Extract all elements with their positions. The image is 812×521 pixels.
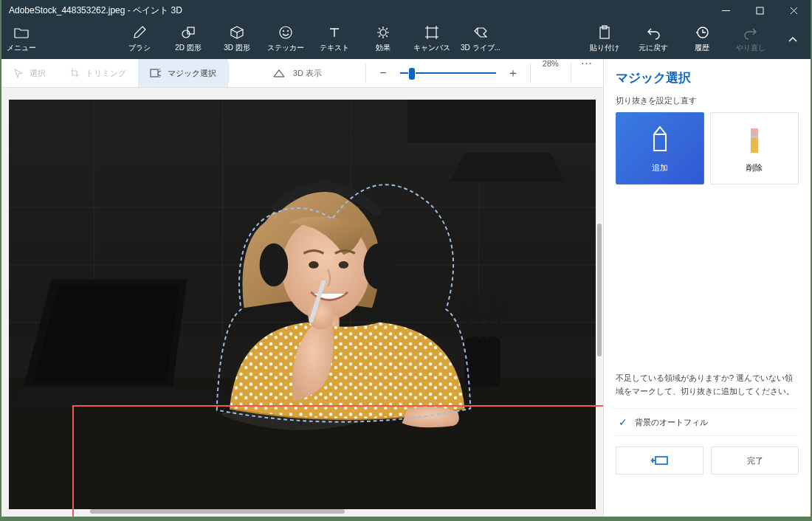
svg-rect-45 (751, 138, 758, 153)
text-label: テキスト (320, 43, 349, 53)
shape2d-label: 2D 図形 (175, 43, 202, 53)
undo-label: 元に戻す (639, 43, 668, 53)
pencil-add-icon (647, 124, 672, 156)
redo-icon (743, 25, 758, 40)
canvas-label: キャンバス (413, 43, 450, 53)
back-icon (651, 455, 669, 466)
effect-label: 効果 (376, 43, 390, 53)
sticker-icon (278, 25, 293, 40)
window-minimize-button[interactable] (709, 0, 743, 21)
shape3d-icon (230, 25, 244, 40)
svg-rect-46 (656, 457, 667, 464)
select-label: 選択 (30, 68, 46, 79)
add-label: 追加 (652, 162, 668, 173)
folder-icon (14, 25, 29, 40)
eraser-icon (742, 124, 767, 156)
autofill-checkbox[interactable]: ✓ 背景のオートフィル (616, 408, 799, 436)
shape3d-label: 3D 図形 (224, 43, 250, 53)
remove-tile[interactable]: 削除 (710, 112, 799, 184)
svg-rect-11 (151, 69, 158, 77)
shape2d-button[interactable]: 2D 図形 (164, 21, 213, 59)
crop-label: トリミング (86, 68, 126, 79)
cursor-icon (13, 68, 24, 78)
sticker-button[interactable]: ステッカー (261, 21, 310, 59)
autofill-label: 背景のオートフィル (635, 417, 708, 428)
svg-rect-43 (751, 128, 758, 136)
paste-icon (597, 25, 612, 40)
svg-rect-7 (427, 28, 436, 37)
brush-button[interactable]: ブラシ (115, 21, 164, 59)
crop-icon (69, 68, 80, 78)
shape3d-button[interactable]: 3D 図形 (213, 21, 261, 59)
svg-point-38 (309, 261, 319, 269)
svg-point-36 (260, 244, 289, 286)
magic-icon (150, 68, 162, 78)
svg-point-6 (380, 30, 386, 35)
effect-icon (376, 25, 390, 40)
done-label: 完了 (747, 455, 763, 466)
menu-button[interactable]: メニュー (1, 21, 41, 59)
svg-rect-2 (187, 27, 194, 34)
crop-tool: トリミング (58, 59, 138, 87)
undo-icon (646, 25, 661, 40)
canvas-icon (424, 25, 439, 40)
lib3d-label: 3D ライブ... (461, 43, 500, 53)
view3d-toggle[interactable]: 3D 表示 (229, 59, 365, 87)
magic-select-tool[interactable]: マジック選択 (138, 59, 228, 87)
paste-button[interactable]: 貼り付け (580, 21, 629, 59)
annotation-callout (72, 405, 603, 517)
menu-label: メニュー (7, 43, 36, 53)
panel-hint: 不足している領域がありますか? 選んでいない領域をマークして、切り抜きに追加して… (616, 372, 799, 398)
svg-point-5 (288, 31, 289, 32)
redo-button: やり直し (726, 21, 775, 59)
window-close-button[interactable] (777, 0, 811, 21)
magic-label: マジック選択 (168, 68, 216, 79)
svg-point-37 (363, 244, 394, 289)
select-tool: 選択 (1, 59, 58, 87)
more-button[interactable]: ··· (571, 59, 603, 87)
zoom-slider[interactable] (400, 66, 496, 80)
zoom-in-button[interactable]: ＋ (506, 66, 520, 80)
svg-rect-0 (757, 7, 763, 14)
svg-point-39 (339, 261, 349, 269)
panel-back-button[interactable] (616, 446, 703, 475)
redo-label: やり直し (736, 43, 765, 53)
text-button[interactable]: テキスト (310, 21, 359, 59)
undo-button[interactable]: 元に戻す (629, 21, 678, 59)
svg-point-4 (283, 31, 284, 32)
annotation-callout-tail (72, 406, 74, 517)
done-button[interactable]: 完了 (711, 446, 799, 475)
history-button[interactable]: 履歴 (678, 21, 726, 59)
zoom-out-button[interactable]: − (376, 66, 390, 80)
view3d-label: 3D 表示 (293, 68, 322, 79)
sticker-label: ステッカー (267, 43, 304, 53)
lib3d-button[interactable]: 3D ライブ... (456, 21, 505, 59)
zoom-percent[interactable]: 28% (531, 59, 571, 87)
brush-label: ブラシ (128, 43, 151, 53)
svg-rect-44 (751, 136, 758, 138)
canvas-button[interactable]: キャンバス (407, 21, 456, 59)
window-title: AdobeStock_448353262.jpeg - ペイント 3D (9, 4, 182, 17)
brush-icon (132, 25, 147, 40)
view3d-icon (272, 68, 286, 78)
shape2d-icon (181, 25, 196, 40)
svg-point-3 (280, 27, 292, 38)
paste-label: 貼り付け (590, 43, 619, 53)
effect-button[interactable]: 効果 (359, 21, 407, 59)
panel-title: マジック選択 (616, 69, 799, 86)
check-icon: ✓ (619, 416, 627, 428)
remove-label: 削除 (746, 162, 763, 173)
history-label: 履歴 (695, 43, 709, 53)
window-maximize-button[interactable] (743, 0, 777, 21)
lib3d-icon (473, 25, 488, 40)
add-tile[interactable]: 追加 (616, 112, 704, 184)
collapse-ribbon-button[interactable] (775, 21, 811, 59)
text-icon (327, 25, 342, 40)
panel-subtitle: 切り抜きを設定し直す (616, 95, 799, 106)
history-icon (695, 25, 709, 40)
